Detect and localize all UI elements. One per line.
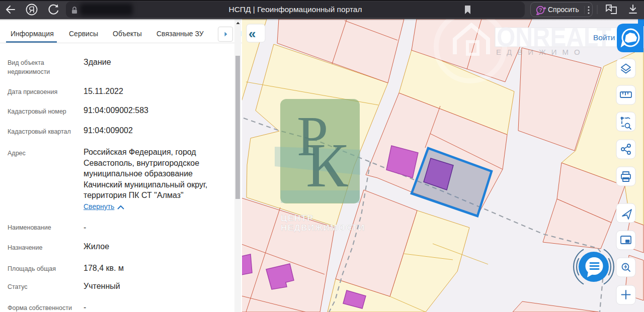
svg-text:К: К (306, 131, 348, 200)
svg-text:НЕДВИЖИМОСТИ: НЕДВИЖИМОСТИ (281, 223, 365, 233)
svg-text:ЕДВИЖИМО: ЕДВИЖИМО (496, 48, 586, 56)
svg-text:«: « (249, 26, 256, 41)
svg-text:Войти: Войти (593, 33, 615, 42)
svg-text:?: ? (539, 7, 542, 13)
svg-text:ЦЕНТР: ЦЕНТР (281, 214, 313, 223)
